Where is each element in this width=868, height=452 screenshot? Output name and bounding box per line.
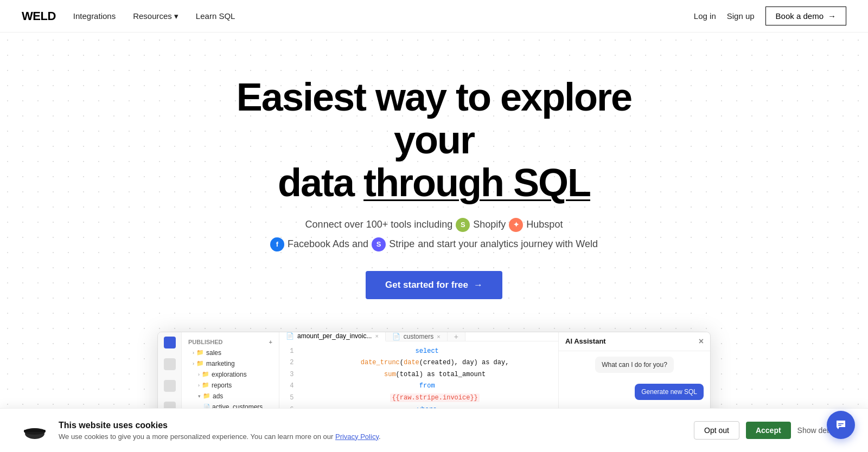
tree-item-reports[interactable]: › 📁 reports — [182, 380, 279, 391]
folder-icon: 📁 — [196, 349, 204, 356]
tab-new[interactable]: + — [448, 332, 465, 341]
chat-icon — [834, 418, 847, 431]
nav-left: WELD Integrations Resources ▾ Learn SQL — [22, 9, 235, 23]
privacy-policy-link[interactable]: Privacy Policy — [335, 432, 379, 441]
folder-icon: 📁 — [202, 371, 209, 378]
tab-customers[interactable]: 📄 customers × — [386, 332, 448, 341]
cookie-icon — [22, 417, 48, 443]
hubspot-icon: ✦ — [509, 218, 523, 232]
ai-message-bot: Generate new SQL — [559, 378, 710, 405]
nav-resources[interactable]: Resources ▾ — [133, 11, 178, 21]
folder-icon: 📁 — [196, 360, 204, 367]
ai-message-user: What can I do for you? — [559, 351, 710, 378]
chevron-down-icon: › — [193, 361, 194, 366]
cookie-title: This website uses cookies — [59, 421, 683, 430]
doc-icon: 📄 — [392, 333, 400, 340]
cta-button[interactable]: Get started for free → — [366, 271, 502, 299]
doc-icon: 📄 — [286, 332, 294, 340]
stripe-icon: S — [372, 237, 386, 251]
plus-icon: + — [454, 332, 458, 341]
sidebar-icon-home[interactable] — [164, 337, 176, 348]
sidebar-icon-clock[interactable] — [164, 380, 176, 392]
svg-rect-3 — [838, 423, 844, 424]
ai-close-button[interactable]: × — [699, 337, 704, 346]
tab-close-icon[interactable]: × — [375, 333, 378, 339]
accept-button[interactable]: Accept — [746, 422, 791, 439]
svg-rect-2 — [24, 430, 46, 432]
sidebar-icon-settings[interactable] — [164, 358, 176, 370]
tree-add-icon[interactable]: + — [269, 339, 272, 345]
signup-link[interactable]: Sign up — [727, 11, 755, 21]
arrow-right-icon: → — [828, 11, 836, 21]
nav-learn-sql[interactable]: Learn SQL — [196, 11, 235, 21]
tree-header: PUBLISHED + — [182, 337, 279, 347]
cookie-actions: Opt out Accept Show details ▾ — [694, 421, 846, 440]
hero-section: Easiest way to explore your data through… — [0, 33, 868, 452]
chevron-down-icon: ▾ — [174, 11, 178, 21]
folder-icon: 📁 — [202, 382, 209, 389]
chevron-right-icon: › — [193, 350, 194, 356]
book-demo-button[interactable]: Book a demo → — [765, 7, 846, 25]
chevron-down-icon: ▾ — [198, 393, 201, 399]
cookie-text-area: This website uses cookies We use cookies… — [59, 421, 683, 441]
tab-amount-per-day[interactable]: 📄 amount_per_day_invoic... × — [279, 332, 386, 341]
login-link[interactable]: Log in — [694, 11, 716, 21]
tree-item-explorations[interactable]: › 📁 explorations — [182, 369, 279, 380]
hero-heading: Easiest way to explore your data through… — [217, 76, 651, 205]
cookie-description: We use cookies to give you a more person… — [59, 432, 683, 441]
tab-close-icon[interactable]: × — [437, 333, 440, 340]
svg-rect-4 — [838, 425, 841, 426]
shopify-icon: S — [456, 218, 470, 232]
opt-out-button[interactable]: Opt out — [694, 421, 739, 440]
chat-button[interactable] — [827, 411, 855, 439]
ai-panel-header: AI Assistant × — [559, 332, 710, 351]
nav-integrations[interactable]: Integrations — [73, 11, 116, 21]
navbar: WELD Integrations Resources ▾ Learn SQL … — [0, 0, 868, 33]
facebook-icon: f — [270, 237, 284, 251]
chevron-right-icon: › — [198, 372, 200, 377]
nav-right: Log in Sign up Book a demo → — [694, 7, 846, 25]
cookie-banner: This website uses cookies We use cookies… — [0, 408, 868, 452]
tree-item-marketing[interactable]: › 📁 marketing — [182, 358, 279, 369]
chevron-right-icon: › — [198, 383, 200, 388]
editor-tabs: 📄 amount_per_day_invoic... × 📄 customers… — [279, 332, 558, 341]
tree-item-sales[interactable]: › 📁 sales — [182, 347, 279, 358]
hero-subtitle-2: f Facebook Ads and S Stripe and start yo… — [22, 237, 846, 251]
arrow-right-icon: → — [474, 280, 483, 290]
hero-subtitle-1: Connect over 100+ tools including S Shop… — [22, 218, 846, 232]
logo[interactable]: WELD — [22, 9, 56, 23]
folder-icon: 📁 — [203, 392, 210, 399]
tree-item-ads[interactable]: ▾ 📁 ads — [182, 391, 279, 402]
ai-panel-title: AI Assistant — [565, 337, 606, 345]
